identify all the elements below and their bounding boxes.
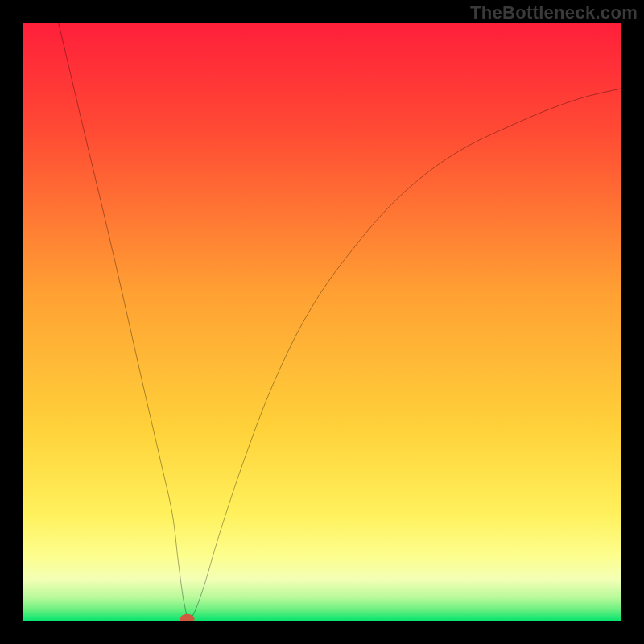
watermark-label: TheBottleneck.com	[470, 2, 638, 23]
gradient-background	[23, 23, 621, 621]
bottleneck-chart	[23, 23, 621, 621]
chart-frame: TheBottleneck.com	[0, 0, 644, 644]
